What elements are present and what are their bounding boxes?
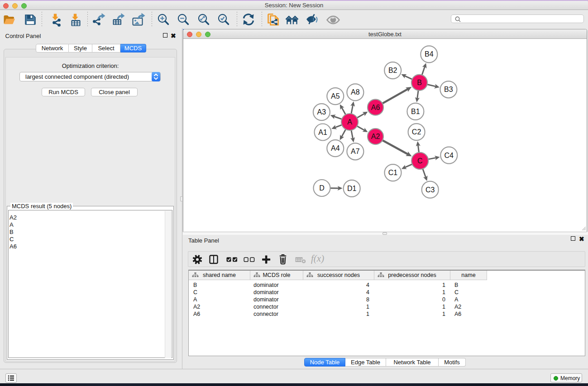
svg-text:A7: A7 [351, 148, 360, 155]
svg-text:A1: A1 [318, 129, 327, 136]
svg-text:B3: B3 [444, 86, 453, 93]
svg-text:B1: B1 [411, 108, 420, 115]
svg-text:D1: D1 [347, 185, 357, 192]
svg-text:A5: A5 [331, 92, 340, 100]
svg-text:A2: A2 [371, 133, 380, 140]
svg-text:A4: A4 [331, 144, 340, 152]
svg-text:A3: A3 [317, 108, 326, 116]
svg-text:C4: C4 [445, 152, 454, 159]
svg-text:B2: B2 [388, 67, 397, 74]
svg-text:B: B [417, 79, 422, 86]
svg-text:A6: A6 [371, 104, 380, 111]
svg-text:C2: C2 [412, 128, 421, 136]
svg-text:A: A [347, 118, 352, 126]
svg-text:C1: C1 [388, 169, 398, 176]
svg-text:C: C [417, 157, 423, 165]
svg-text:A8: A8 [351, 88, 360, 96]
svg-text:D: D [319, 184, 325, 192]
svg-text:B4: B4 [425, 50, 434, 58]
svg-text:C3: C3 [425, 186, 435, 194]
